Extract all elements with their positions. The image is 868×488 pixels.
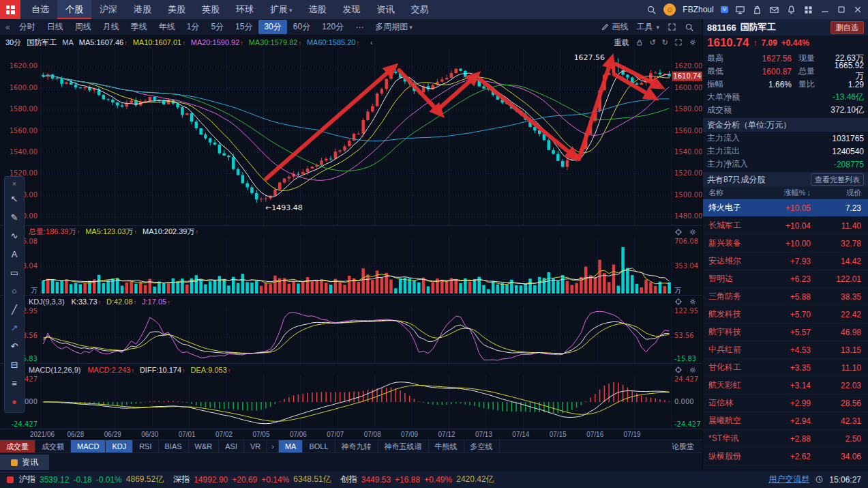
- constituent-row[interactable]: 纵横股份+2.6234.06: [703, 448, 868, 465]
- bag-icon[interactable]: [752, 5, 762, 15]
- lock-icon[interactable]: [635, 38, 644, 46]
- constituent-row[interactable]: 航天彩虹+3.1422.03: [703, 377, 868, 394]
- line-tool[interactable]: ╱: [5, 300, 23, 319]
- menu-item-美股[interactable]: 美股: [160, 0, 194, 19]
- indicator-tab-神奇九转[interactable]: 神奇九转: [335, 440, 378, 453]
- indicator-tab-BIAS[interactable]: BIAS: [159, 440, 189, 453]
- gear-icon[interactable]: [689, 228, 697, 236]
- screen-share-icon[interactable]: [735, 5, 745, 15]
- constituent-row[interactable]: 新兴装备+10.0032.78: [703, 235, 868, 253]
- record-tool[interactable]: ●: [5, 392, 23, 411]
- constituent-row[interactable]: 智明达+6.23122.01: [703, 270, 868, 288]
- menu-tool[interactable]: ≡: [5, 374, 23, 392]
- indicator-tab-ASI[interactable]: ASI: [219, 440, 244, 453]
- avatar[interactable]: ☺: [663, 3, 676, 16]
- constituent-row[interactable]: 长城军工+10.0411.40: [703, 217, 868, 235]
- app-logo[interactable]: [0, 0, 20, 19]
- period-月线[interactable]: 月线: [98, 20, 125, 34]
- indicator-tab-牛熊线[interactable]: 牛熊线: [429, 440, 464, 453]
- bell-icon[interactable]: [786, 5, 796, 15]
- menu-item-港股[interactable]: 港股: [125, 0, 160, 19]
- indicator-tab-成交额[interactable]: 成交额: [35, 440, 71, 453]
- menu-item-环球[interactable]: 环球: [228, 0, 262, 19]
- constituent-row[interactable]: 甘化科工+3.3511.10: [703, 359, 868, 377]
- period-5分[interactable]: 5分: [205, 20, 229, 34]
- menu-item-自选[interactable]: 自选: [23, 0, 57, 19]
- pointer-tool[interactable]: ↖: [5, 190, 23, 208]
- minimize-icon[interactable]: [820, 5, 830, 14]
- constituent-row[interactable]: *ST华讯+2.882.50: [703, 430, 868, 448]
- period-年线[interactable]: 年线: [153, 20, 181, 34]
- period-1分[interactable]: 1分: [181, 20, 205, 34]
- constituent-row[interactable]: 航发科技+5.7022.42: [703, 306, 868, 324]
- macd-chart[interactable]: 24.42724.4270.0000.000-24.427-24.427: [0, 375, 702, 429]
- tab-news[interactable]: 资讯: [0, 455, 49, 470]
- tools-button[interactable]: 工具▾: [636, 21, 659, 33]
- mail-icon[interactable]: [769, 5, 779, 15]
- close-icon[interactable]: ×: [5, 178, 23, 190]
- indicator-tab-神奇五线谱[interactable]: 神奇五线谱: [378, 440, 429, 453]
- maximize-icon[interactable]: [837, 5, 846, 14]
- indicator-tab-VR[interactable]: VR: [244, 440, 267, 453]
- collapse-left-icon[interactable]: «: [3, 23, 13, 32]
- target-icon[interactable]: [674, 228, 683, 236]
- col-name[interactable]: 名称: [703, 188, 762, 198]
- fullscreen-icon[interactable]: [668, 23, 676, 31]
- apps-grid-icon[interactable]: [803, 5, 813, 15]
- col-price[interactable]: 现价: [811, 188, 868, 198]
- constituent-row[interactable]: 迈信林+2.9928.56: [703, 394, 868, 412]
- gear-icon[interactable]: [689, 298, 697, 306]
- constituent-row[interactable]: 晨曦航空+2.9442.31: [703, 412, 868, 430]
- zoom-icon[interactable]: [685, 23, 694, 32]
- more-periods-button[interactable]: ⋯: [350, 21, 369, 33]
- target-icon[interactable]: [674, 298, 683, 306]
- period-日线[interactable]: 日线: [42, 20, 69, 34]
- undo-icon[interactable]: ↺: [650, 38, 656, 47]
- draw-line-button[interactable]: 画线: [601, 21, 628, 33]
- menu-item-资讯[interactable]: 资讯: [369, 0, 403, 19]
- col-change[interactable]: 涨幅%↓: [762, 188, 811, 198]
- menu-item-个股[interactable]: 个股: [57, 0, 91, 19]
- period-30分[interactable]: 30分: [258, 20, 286, 34]
- collapse-ma-icon[interactable]: ‹: [370, 38, 373, 46]
- trend-arrow-tool[interactable]: ↗: [5, 319, 23, 337]
- constituent-row[interactable]: 中兵红箭+4.5313.15: [703, 341, 868, 359]
- menu-item-交易[interactable]: 交易: [403, 0, 437, 19]
- kdj-chart[interactable]: 122.95122.9553.5653.56-15.83-15.83: [0, 307, 702, 363]
- indicator-tab-BOLL[interactable]: BOLL: [303, 440, 335, 453]
- indicator-tab-MACD[interactable]: MACD: [71, 440, 106, 453]
- indicator-tab-KDJ[interactable]: KDJ: [106, 440, 133, 453]
- text-tool[interactable]: A: [5, 245, 23, 263]
- curve-tool[interactable]: ∿: [5, 227, 23, 245]
- menu-item-沪深[interactable]: 沪深: [91, 0, 125, 19]
- constituent-row[interactable]: 三角防务+5.8838.35: [703, 288, 868, 306]
- menu-item-扩展[interactable]: 扩展▾: [262, 0, 301, 19]
- redo-icon[interactable]: ↻: [662, 38, 668, 47]
- indicator-tab-成交量[interactable]: 成交量: [0, 440, 35, 453]
- expand-icon[interactable]: [674, 38, 683, 46]
- target-icon[interactable]: [674, 366, 683, 374]
- main-candlestick-chart[interactable]: 1620.001620.001600.001600.001580.001580.…: [0, 49, 702, 225]
- period-60分[interactable]: 60分: [288, 20, 316, 34]
- constituent-row[interactable]: 安达维尔+7.9314.42: [703, 253, 868, 270]
- username[interactable]: FBZhoul: [683, 5, 713, 14]
- reload-button[interactable]: 重载: [614, 38, 629, 48]
- eraser-tool[interactable]: ⊟: [5, 356, 23, 374]
- rect-tool[interactable]: ▭: [5, 263, 23, 282]
- forum-link[interactable]: 论股堂: [663, 440, 702, 453]
- undo-tool[interactable]: ↶: [5, 337, 23, 356]
- menu-item-选股[interactable]: 选股: [301, 0, 335, 19]
- constituent-row[interactable]: 烽火电子+10.057.23: [703, 199, 868, 217]
- tabs-more-arrow[interactable]: ›: [267, 440, 279, 453]
- menu-item-发现[interactable]: 发现: [335, 0, 369, 19]
- indicator-tab-MA[interactable]: MA: [279, 440, 303, 453]
- gear-icon[interactable]: [689, 366, 697, 374]
- indicator-tab-W&R[interactable]: W&R: [189, 440, 220, 453]
- constituent-row[interactable]: 航宇科技+5.5746.98: [703, 324, 868, 341]
- user-group-link[interactable]: 用户交流群: [768, 474, 809, 485]
- ellipse-tool[interactable]: ○: [5, 282, 23, 300]
- period-季线[interactable]: 季线: [125, 20, 153, 34]
- search-icon[interactable]: [646, 5, 657, 15]
- indicator-tab-多空线[interactable]: 多空线: [464, 440, 500, 453]
- period-15分[interactable]: 15分: [230, 20, 258, 34]
